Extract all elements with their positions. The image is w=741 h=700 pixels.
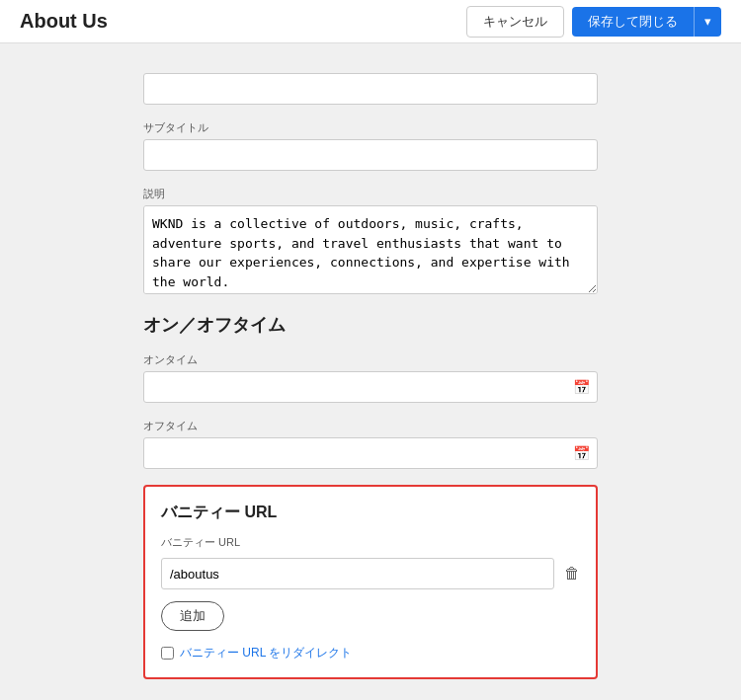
offtime-input[interactable] xyxy=(143,437,598,469)
add-vanity-url-button[interactable]: 追加 xyxy=(161,601,224,631)
offtime-label: オフタイム xyxy=(143,419,598,433)
save-button-group: 保存して閉じる ▾ xyxy=(572,7,721,37)
offtime-field-group: オフタイム 📅 xyxy=(143,419,598,469)
description-textarea[interactable]: WKND is a collective of outdoors, music,… xyxy=(143,205,598,294)
description-label: 説明 xyxy=(143,187,598,201)
ontime-label: オンタイム xyxy=(143,352,598,367)
title-field-group xyxy=(143,73,598,105)
vanity-url-label: バニティー URL xyxy=(161,535,580,550)
vanity-url-section: バニティー URL バニティー URL 🗑 追加 バニティー URL をリダイレ… xyxy=(143,485,598,679)
save-button[interactable]: 保存して閉じる xyxy=(572,7,694,37)
calendar-icon-ontime[interactable]: 📅 xyxy=(573,379,590,395)
title-input[interactable] xyxy=(143,73,598,105)
main-content: サブタイトル 説明 WKND is a collective of outdoo… xyxy=(0,43,741,700)
description-field-group: 説明 WKND is a collective of outdoors, mus… xyxy=(143,187,598,297)
form-container: サブタイトル 説明 WKND is a collective of outdoo… xyxy=(143,73,598,679)
chevron-down-icon: ▾ xyxy=(704,14,711,29)
header-actions: キャンセル 保存して閉じる ▾ xyxy=(466,6,721,38)
cancel-button[interactable]: キャンセル xyxy=(466,6,564,38)
ontime-field-group: オンタイム 📅 xyxy=(143,352,598,403)
vanity-input-row: 🗑 xyxy=(161,558,580,589)
delete-vanity-icon[interactable]: 🗑 xyxy=(564,565,580,583)
calendar-icon-offtime[interactable]: 📅 xyxy=(573,445,590,461)
subtitle-input[interactable] xyxy=(143,139,598,171)
subtitle-field-group: サブタイトル xyxy=(143,120,598,171)
onoff-heading: オン／オフタイム xyxy=(143,313,598,337)
page-title: About Us xyxy=(20,10,108,33)
subtitle-label: サブタイトル xyxy=(143,120,598,135)
redirect-row: バニティー URL をリダイレクト xyxy=(161,645,580,661)
save-dropdown-button[interactable]: ▾ xyxy=(694,7,721,37)
redirect-label[interactable]: バニティー URL をリダイレクト xyxy=(180,645,352,661)
header: About Us キャンセル 保存して閉じる ▾ xyxy=(0,0,741,43)
offtime-input-wrapper: 📅 xyxy=(143,437,598,469)
ontime-input[interactable] xyxy=(143,371,598,403)
redirect-checkbox[interactable] xyxy=(161,647,174,660)
ontime-input-wrapper: 📅 xyxy=(143,371,598,403)
vanity-section-title: バニティー URL xyxy=(161,503,580,523)
vanity-url-input[interactable] xyxy=(161,558,554,589)
